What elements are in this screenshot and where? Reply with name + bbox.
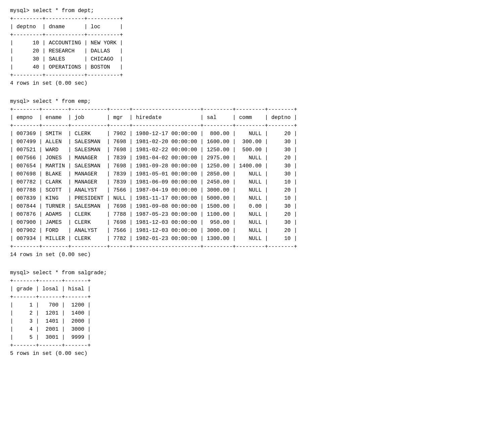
salgrade-block: mysql> select * from salgrade; +-------+…: [10, 269, 474, 358]
emp-block: mysql> select * from emp; +--------+----…: [10, 97, 474, 259]
dept-block: mysql> select * from dept; +---------+--…: [10, 7, 474, 87]
